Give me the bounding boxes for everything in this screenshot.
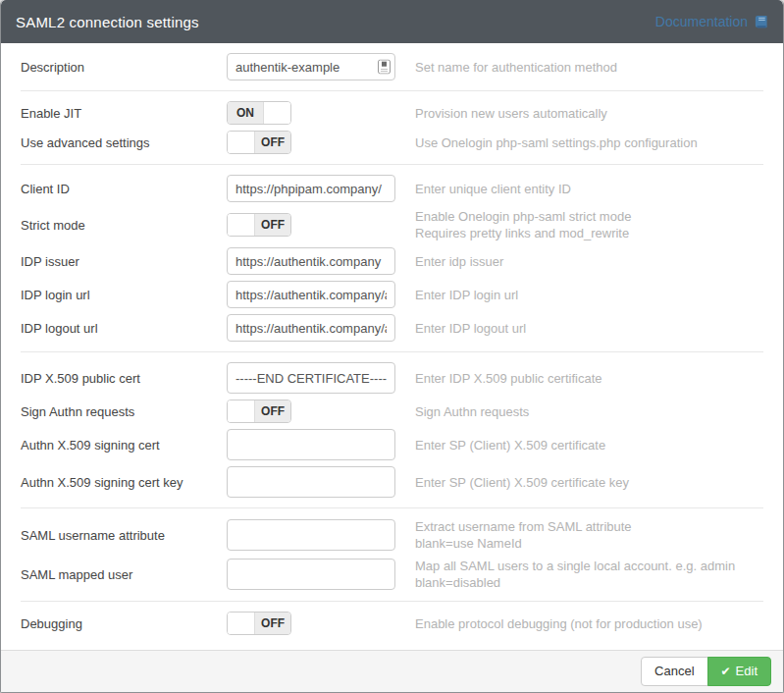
modal-header: SAML2 connection settings Documentation	[1, 0, 783, 43]
field-label-saml-mapped-user: SAML mapped user	[21, 567, 227, 582]
field-help-saml-mapped-user: Map all SAML users to a single local acc…	[415, 558, 735, 591]
help-line: Extract username from SAML attribute	[415, 518, 632, 535]
input-readonly-icon	[378, 60, 391, 75]
documentation-link-label: Documentation	[655, 14, 748, 29]
toggle-handle	[228, 214, 255, 236]
form-row-debugging: DebuggingOFFEnable protocol debugging (n…	[21, 609, 763, 638]
form-section-5: SAML username attributeExtract username …	[21, 508, 763, 602]
edit-button-label: Edit	[736, 658, 758, 685]
toggle-use-advanced-settings[interactable]: OFF	[227, 131, 291, 154]
field-label-authn-x-509-signing-cert: Authn X.509 signing cert	[21, 438, 227, 453]
documentation-link[interactable]: Documentation	[655, 14, 768, 29]
field-label-idp-x-509-public-cert: IDP X.509 public cert	[21, 371, 227, 386]
form-row-authn-x-509-signing-cert: Authn X.509 signing certEnter SP (Client…	[21, 426, 763, 463]
modal-body: DescriptionSet name for authentication m…	[1, 43, 783, 650]
form-row-client-id: Client IDEnter unique client entity ID	[21, 172, 763, 205]
check-icon: ✔	[721, 666, 731, 677]
field-help-enable-jit: Provision new users automatically	[415, 105, 607, 122]
help-line: Enter idp issuer	[415, 253, 503, 270]
input-idp-logout-url[interactable]	[227, 314, 395, 342]
input-description[interactable]	[227, 53, 395, 80]
help-line: blank=use NameId	[415, 535, 632, 552]
form-row-saml-mapped-user: SAML mapped userMap all SAML users to a …	[21, 555, 763, 594]
field-help-idp-x-509-public-cert: Enter IDP X.509 public certificate	[415, 370, 602, 387]
field-label-debugging: Debugging	[21, 616, 227, 631]
toggle-state-label: OFF	[255, 613, 290, 634]
field-help-use-advanced-settings: Use Onelogin php-saml settings.php confi…	[415, 134, 698, 151]
form-row-idp-issuer: IDP issuerEnter idp issuer	[21, 244, 763, 278]
form-row-authn-x-509-signing-cert-key: Authn X.509 signing cert keyEnter SP (Cl…	[21, 463, 763, 501]
field-help-idp-issuer: Enter idp issuer	[415, 253, 503, 270]
form-section-3: Client IDEnter unique client entity IDSt…	[21, 165, 763, 352]
help-line: Enter IDP logout url	[415, 320, 526, 337]
help-line: Use Onelogin php-saml settings.php confi…	[415, 134, 698, 151]
help-line: Enter unique client entity ID	[415, 181, 571, 197]
field-label-idp-logout-url: IDP logout url	[21, 321, 227, 336]
form-section-2: Enable JITONProvision new users automati…	[21, 91, 763, 165]
field-label-use-advanced-settings: Use advanced settings	[21, 135, 227, 150]
input-saml-username-attribute[interactable]	[227, 519, 395, 551]
help-line: Enter IDP login url	[415, 287, 518, 303]
field-help-idp-login-url: Enter IDP login url	[415, 287, 518, 303]
field-help-description: Set name for authentication method	[415, 59, 617, 76]
help-line: Set name for authentication method	[415, 59, 617, 76]
input-client-id[interactable]	[227, 175, 395, 202]
toggle-handle	[228, 132, 255, 153]
field-label-authn-x-509-signing-cert-key: Authn X.509 signing cert key	[21, 475, 227, 490]
help-line: blank=disabled	[415, 574, 735, 591]
toggle-state-label: OFF	[255, 132, 290, 153]
input-idp-login-url[interactable]	[227, 281, 395, 308]
help-line: Sign Authn requests	[415, 403, 529, 420]
form-row-enable-jit: Enable JITONProvision new users automati…	[21, 98, 763, 128]
cancel-button[interactable]: Cancel	[641, 657, 707, 686]
input-idp-x-509-public-cert[interactable]	[227, 362, 395, 394]
form-row-idp-x-509-public-cert: IDP X.509 public certEnter IDP X.509 pub…	[21, 359, 763, 397]
field-help-authn-x-509-signing-cert-key: Enter SP (Client) X.509 certificate key	[415, 474, 629, 491]
form-row-description: DescriptionSet name for authentication m…	[21, 50, 763, 83]
edit-button[interactable]: ✔ Edit	[707, 657, 771, 686]
help-line: Enter IDP X.509 public certificate	[415, 370, 602, 387]
field-label-sign-authn-requests: Sign Authn requests	[21, 404, 227, 419]
help-line: Enter SP (Client) X.509 certificate	[415, 437, 605, 453]
modal-footer: Cancel ✔ Edit	[1, 650, 783, 692]
field-label-enable-jit: Enable JIT	[21, 106, 227, 121]
toggle-enable-jit[interactable]: ON	[227, 101, 291, 125]
input-authn-x-509-signing-cert[interactable]	[227, 429, 395, 460]
help-line: Requires pretty links and mod_rewrite	[415, 225, 631, 241]
field-label-idp-issuer: IDP issuer	[21, 254, 227, 269]
help-line: Enable Onelogin php-saml strict mode	[415, 208, 631, 225]
field-label-saml-username-attribute: SAML username attribute	[21, 528, 227, 543]
toggle-state-label: OFF	[255, 400, 290, 422]
toggle-handle	[263, 102, 290, 124]
form-section-1: DescriptionSet name for authentication m…	[21, 43, 763, 91]
input-saml-mapped-user[interactable]	[227, 559, 395, 590]
saml2-settings-modal: SAML2 connection settings Documentation …	[0, 0, 784, 693]
field-label-idp-login-url: IDP login url	[21, 288, 227, 302]
form-row-sign-authn-requests: Sign Authn requestsOFFSign Authn request…	[21, 397, 763, 426]
toggle-strict-mode[interactable]: OFF	[227, 213, 291, 237]
toggle-state-label: ON	[228, 102, 263, 124]
toggle-handle	[228, 400, 255, 422]
field-label-strict-mode: Strict mode	[21, 218, 227, 233]
field-help-idp-logout-url: Enter IDP logout url	[415, 320, 526, 337]
field-help-client-id: Enter unique client entity ID	[415, 181, 571, 197]
field-label-description: Description	[21, 60, 227, 75]
modal-title: SAML2 connection settings	[16, 14, 199, 30]
field-help-debugging: Enable protocol debugging (not for produ…	[415, 615, 703, 632]
form-row-saml-username-attribute: SAML username attributeExtract username …	[21, 515, 763, 555]
toggle-state-label: OFF	[255, 214, 290, 236]
form-row-strict-mode: Strict modeOFFEnable Onelogin php-saml s…	[21, 205, 763, 244]
field-help-sign-authn-requests: Sign Authn requests	[415, 403, 529, 420]
input-authn-x-509-signing-cert-key[interactable]	[227, 466, 395, 498]
form-row-idp-login-url: IDP login urlEnter IDP login url	[21, 278, 763, 311]
book-icon	[754, 15, 768, 29]
field-help-strict-mode: Enable Onelogin php-saml strict modeRequ…	[415, 208, 631, 241]
form-section-4: IDP X.509 public certEnter IDP X.509 pub…	[21, 352, 763, 508]
field-help-authn-x-509-signing-cert: Enter SP (Client) X.509 certificate	[415, 437, 605, 453]
help-line: Provision new users automatically	[415, 105, 607, 122]
form-row-idp-logout-url: IDP logout urlEnter IDP logout url	[21, 311, 763, 345]
help-line: Enable protocol debugging (not for produ…	[415, 615, 703, 632]
input-idp-issuer[interactable]	[227, 247, 395, 275]
toggle-debugging[interactable]: OFF	[227, 612, 291, 635]
toggle-sign-authn-requests[interactable]: OFF	[227, 400, 291, 423]
